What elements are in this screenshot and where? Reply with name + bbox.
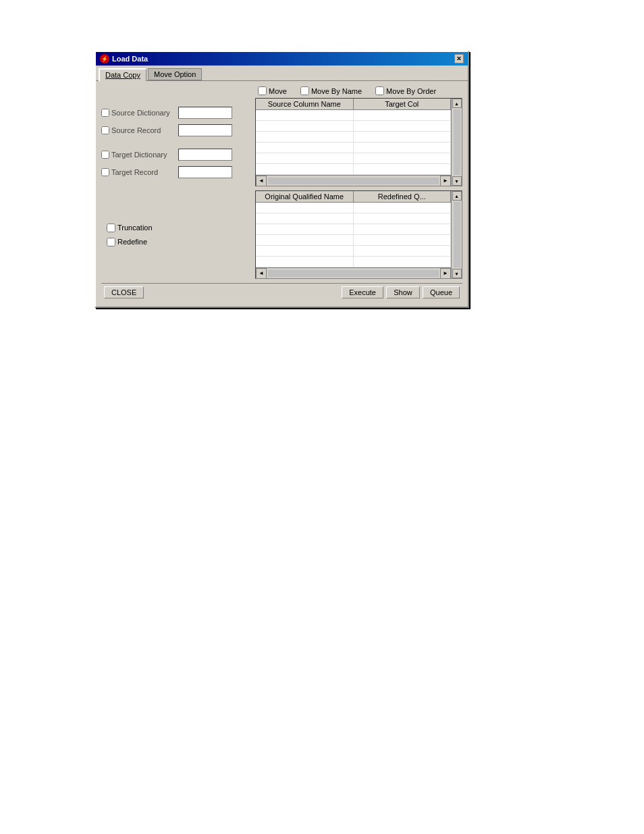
close-button[interactable]: CLOSE — [104, 286, 144, 298]
tab-move-option[interactable]: Move Option — [148, 68, 202, 80]
dialog-footer: CLOSE Execute Show Queue — [101, 283, 462, 301]
tab-data-copy[interactable]: Data Copy — [99, 68, 146, 81]
window-close-button[interactable]: ✕ — [454, 54, 464, 63]
vscroll-down-btn[interactable]: ▼ — [452, 176, 462, 186]
move-by-order-checkbox[interactable] — [375, 86, 384, 95]
show-button[interactable]: Show — [386, 286, 420, 298]
original-name-header: Original Qualified Name — [256, 191, 354, 202]
target-dictionary-row: Target Dictionary — [101, 149, 250, 161]
redefine-checkbox[interactable] — [107, 238, 115, 246]
dialog-content: Source Dictionary Source Record Target D… — [96, 81, 468, 307]
title-bar: ⚡ Load Data ✕ — [96, 52, 468, 66]
bottom-grid-header: Original Qualified Name Redefined Q... — [256, 191, 451, 203]
hscroll-track[interactable] — [268, 178, 439, 184]
queue-button[interactable]: Queue — [423, 286, 460, 298]
table-row — [256, 203, 451, 213]
source-record-label: Source Record — [101, 126, 176, 134]
move-options-row: Move Move By Name Move By Order — [255, 86, 462, 95]
source-dictionary-row: Source Dictionary — [101, 107, 250, 119]
table-row — [256, 164, 451, 175]
bottom-hscroll-left-btn[interactable]: ◄ — [256, 268, 267, 279]
table-row — [256, 110, 451, 121]
target-record-row: Target Record — [101, 166, 250, 178]
bottom-vscroll-down-btn[interactable]: ▼ — [452, 269, 462, 278]
load-data-dialog: ⚡ Load Data ✕ Data Copy Move Option Sour… — [95, 51, 469, 308]
source-dictionary-checkbox[interactable] — [101, 109, 109, 117]
target-dictionary-input[interactable] — [178, 149, 232, 161]
top-grid: Source Column Name Target Col — [255, 98, 462, 186]
execute-button[interactable]: Execute — [342, 286, 383, 298]
bottom-grid-rows — [256, 203, 451, 267]
hscroll-left-btn[interactable]: ◄ — [256, 176, 267, 186]
bottom-vscroll-track[interactable] — [454, 202, 460, 267]
top-section: Source Dictionary Source Record Target D… — [101, 86, 462, 186]
top-grid-hscroll: ◄ ► — [256, 175, 451, 186]
source-record-row: Source Record — [101, 124, 250, 136]
source-record-checkbox[interactable] — [101, 126, 109, 134]
move-checkbox[interactable] — [258, 86, 267, 95]
bottom-vscroll-up-btn[interactable]: ▲ — [452, 191, 462, 201]
source-record-input[interactable] — [178, 124, 232, 136]
bottom-grid-hscroll: ◄ ► — [256, 267, 451, 278]
bottom-hscroll-track[interactable] — [268, 270, 439, 277]
move-by-order-option: Move By Order — [375, 86, 436, 95]
bottom-right-panel: Original Qualified Name Redefined Q... — [255, 190, 462, 279]
table-row — [256, 153, 451, 164]
app-icon: ⚡ — [100, 54, 109, 63]
source-dictionary-input[interactable] — [178, 107, 232, 119]
right-grid-panel: Move Move By Name Move By Order — [255, 86, 462, 186]
table-row — [256, 235, 451, 246]
bottom-section: Truncation Redefine Original Qualified N… — [101, 190, 462, 279]
move-by-name-option: Move By Name — [300, 86, 362, 95]
bottom-grid-main: Original Qualified Name Redefined Q... — [256, 191, 451, 278]
dialog-title: Load Data — [112, 55, 148, 63]
top-grid-main: Source Column Name Target Col — [256, 99, 451, 186]
truncation-checkbox[interactable] — [107, 224, 115, 232]
redefined-name-header: Redefined Q... — [354, 191, 452, 202]
top-grid-vscroll: ▲ ▼ — [451, 99, 462, 186]
table-row — [256, 132, 451, 142]
bottom-grid-vscroll: ▲ ▼ — [451, 191, 462, 278]
bottom-grid: Original Qualified Name Redefined Q... — [255, 190, 462, 279]
top-grid-header: Source Column Name Target Col — [256, 99, 451, 110]
move-by-name-checkbox[interactable] — [300, 86, 309, 95]
table-row — [256, 142, 451, 153]
redefine-option: Redefine — [107, 238, 147, 246]
vscroll-up-btn[interactable]: ▲ — [452, 99, 462, 108]
target-record-checkbox[interactable] — [101, 168, 109, 176]
left-form-panel: Source Dictionary Source Record Target D… — [101, 86, 250, 186]
source-dictionary-label: Source Dictionary — [101, 109, 176, 117]
top-grid-rows — [256, 110, 451, 175]
table-row — [256, 213, 451, 224]
tab-bar: Data Copy Move Option — [96, 66, 468, 81]
table-row — [256, 224, 451, 235]
bottom-left-panel: Truncation Redefine — [101, 190, 250, 279]
target-record-label: Target Record — [101, 168, 176, 176]
target-record-input[interactable] — [178, 166, 232, 178]
bottom-hscroll-right-btn[interactable]: ► — [440, 268, 451, 279]
footer-right-buttons: Execute Show Queue — [342, 286, 460, 298]
source-col-header: Source Column Name — [256, 99, 354, 109]
move-option: Move — [258, 86, 287, 95]
truncation-option: Truncation — [107, 224, 153, 232]
table-row — [256, 257, 451, 267]
target-col-header: Target Col — [354, 99, 452, 109]
target-dictionary-label: Target Dictionary — [101, 151, 176, 159]
table-row — [256, 246, 451, 257]
hscroll-right-btn[interactable]: ► — [440, 176, 451, 186]
target-dictionary-checkbox[interactable] — [101, 151, 109, 159]
title-bar-left: ⚡ Load Data — [100, 54, 148, 63]
vscroll-track[interactable] — [454, 109, 460, 175]
table-row — [256, 121, 451, 132]
